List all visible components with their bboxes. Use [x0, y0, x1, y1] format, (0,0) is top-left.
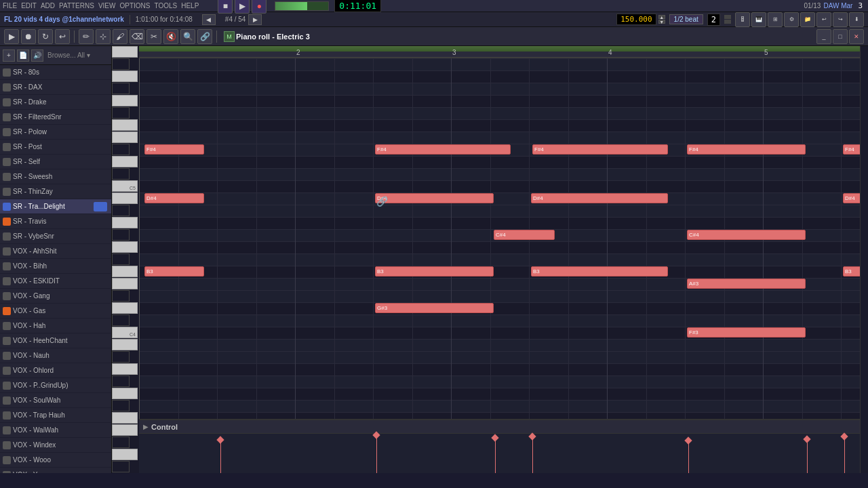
piano-white-key-11[interactable]: C5 [112, 180, 138, 192]
track-item-18[interactable]: VOX - HeehChant [0, 333, 111, 348]
menu-file[interactable]: FILE [3, 2, 17, 9]
browser-btn[interactable]: 📁 [800, 12, 815, 27]
track-item-17[interactable]: VOX - Hah [0, 319, 111, 333]
timeline[interactable]: 2345 [139, 46, 860, 58]
piano-white-key-24[interactable] [112, 339, 138, 350]
menu-edit[interactable]: EDIT [21, 2, 37, 9]
loop-tool[interactable]: ↻ [38, 29, 53, 44]
maximize-btn[interactable]: □ [833, 29, 848, 44]
track-item-0[interactable]: SR - 80s [0, 65, 111, 80]
track-item-9[interactable]: SR - Tra...Delight [0, 199, 111, 214]
piano-btn[interactable]: 🎹 [751, 12, 766, 27]
tempo-up[interactable]: ▲ [658, 15, 665, 19]
numerator-display[interactable]: 2 [707, 14, 720, 26]
menu-items[interactable]: FILE EDIT ADD PATTERNS VIEW OPTIONS TOOL… [3, 2, 199, 9]
beat-setting[interactable]: 1/2 beat [669, 14, 703, 24]
note-block-5[interactable]: D#4 [144, 193, 204, 203]
note-block-7[interactable]: D#4 [531, 193, 668, 203]
control-diamond-5[interactable] [803, 435, 810, 443]
minimize-btn[interactable]: _ [816, 29, 831, 44]
record-button[interactable]: ● [252, 0, 267, 14]
piano-white-key-6[interactable] [112, 119, 138, 131]
piano-white-key-14[interactable] [112, 217, 138, 228]
track-item-2[interactable]: SR - Drake [0, 95, 111, 110]
erase-tool[interactable]: ⌫ [130, 29, 144, 44]
control-diamond-4[interactable] [684, 436, 692, 444]
track-item-27[interactable]: VOX - Yea [0, 468, 111, 473]
redo-btn[interactable]: ↪ [833, 12, 848, 27]
undo-btn[interactable]: ↩ [816, 12, 831, 27]
control-grid[interactable] [139, 434, 860, 473]
control-diamond-0[interactable] [216, 436, 224, 443]
piano-black-key-15[interactable] [112, 229, 130, 241]
pencil-tool[interactable]: ✏ [79, 29, 94, 44]
track-item-22[interactable]: VOX - SoulWah [0, 393, 111, 408]
track-item-6[interactable]: SR - Self [0, 155, 111, 169]
speaker-btn[interactable]: 🔊 [31, 49, 43, 62]
menu-help[interactable]: HELP [181, 2, 199, 9]
piano-white-key-2[interactable] [112, 70, 138, 82]
add-track-btn[interactable]: + [3, 49, 15, 62]
track-item-11[interactable]: SR - VybeSnr [0, 229, 111, 244]
menu-view[interactable]: VIEW [98, 2, 116, 9]
control-expand-icon[interactable]: ▶ [143, 423, 149, 430]
track-item-5[interactable]: SR - Post [0, 140, 111, 155]
note-block-10[interactable]: C#4 [687, 230, 806, 240]
channel-btn[interactable]: ⊞ [768, 12, 783, 27]
piano-white-key-7[interactable] [112, 131, 138, 143]
piano-white-key-16[interactable] [112, 241, 138, 253]
note-block-16[interactable]: G#3 [375, 303, 494, 313]
play-button[interactable]: ▶ [235, 0, 250, 14]
track-item-8[interactable]: SR - ThinZay [0, 184, 111, 199]
piano-black-key-34[interactable] [112, 461, 130, 472]
tempo-down[interactable]: ▼ [658, 20, 665, 24]
note-block-8[interactable]: D#4 [843, 193, 860, 203]
piano-black-key-10[interactable] [112, 168, 130, 180]
piano-black-key-3[interactable] [112, 83, 130, 94]
piano-white-key-21[interactable] [112, 302, 138, 314]
piano-keys[interactable]: C5C4C3 [112, 46, 139, 473]
piano-white-key-4[interactable] [112, 95, 138, 106]
note-block-14[interactable]: B3 [843, 266, 860, 277]
piano-black-key-29[interactable] [112, 400, 130, 411]
control-diamond-2[interactable] [491, 434, 498, 441]
link-tool[interactable]: 🔗 [197, 29, 212, 44]
tempo-display[interactable]: 150.000 [616, 14, 656, 25]
note-block-1[interactable]: F#4 [375, 144, 511, 155]
mute-tool[interactable]: 🔇 [163, 29, 178, 44]
track-item-10[interactable]: SR - Travis [0, 214, 111, 229]
zoom-tool[interactable]: 🔍 [180, 29, 195, 44]
piano-white-key-12[interactable] [112, 192, 138, 204]
right-scrollbar[interactable] [860, 46, 868, 473]
track-item-15[interactable]: VOX - Gang [0, 289, 111, 304]
note-block-9[interactable]: C#4 [494, 230, 555, 240]
track-item-14[interactable]: VOX - ESKIDIT [0, 274, 111, 289]
notes-grid[interactable]: 🔗 F#4F#4F#4F#4F#4D#4D#4D#4D#4C#4C#4B3B3B… [139, 58, 860, 419]
piano-black-key-25[interactable] [112, 351, 130, 363]
num-up[interactable] [724, 15, 731, 19]
undo-tool[interactable]: ↩ [55, 29, 70, 44]
record-tool[interactable]: ⏺ [21, 29, 36, 44]
stop-button[interactable]: ■ [218, 0, 233, 14]
menu-add[interactable]: ADD [41, 2, 55, 9]
select-tool[interactable]: ⊹ [96, 29, 111, 44]
control-diamond-6[interactable] [840, 432, 848, 440]
track-item-13[interactable]: VOX - Bihh [0, 259, 111, 274]
menu-patterns[interactable]: PATTERNS [59, 2, 94, 9]
piano-white-key-28[interactable] [112, 388, 138, 399]
note-block-0[interactable]: F#4 [144, 144, 204, 155]
menu-tools[interactable]: TOOLS [154, 2, 177, 9]
track-item-25[interactable]: VOX - Windex [0, 438, 111, 453]
track-item-3[interactable]: SR - FilteredSnr [0, 110, 111, 125]
piano-white-key-19[interactable] [112, 278, 138, 289]
piano-white-key-30[interactable] [112, 412, 138, 424]
piano-black-key-17[interactable] [112, 253, 130, 265]
track-item-24[interactable]: VOX - WaiWah [0, 423, 111, 438]
track-item-16[interactable]: VOX - Gas [0, 304, 111, 319]
track-item-7[interactable]: SR - Sweesh [0, 169, 111, 184]
piano-white-key-18[interactable] [112, 266, 138, 277]
track-item-1[interactable]: SR - DAX [0, 80, 111, 95]
track-item-20[interactable]: VOX - Ohlord [0, 363, 111, 378]
note-block-12[interactable]: B3 [375, 266, 494, 277]
file-btn[interactable]: 📄 [17, 49, 29, 62]
